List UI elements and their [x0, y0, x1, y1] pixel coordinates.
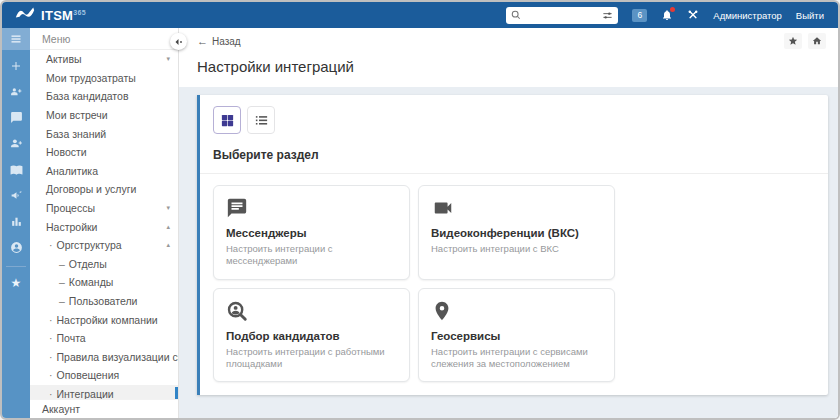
menu-item-label: Настройки компании	[57, 314, 158, 326]
chevron-icon: ▴	[166, 223, 170, 231]
back-label: Назад	[212, 36, 241, 47]
person-search-icon	[226, 300, 397, 322]
chat-icon[interactable]	[10, 111, 23, 124]
menu-item-label: Команды	[69, 276, 114, 288]
integration-cards: Мессенджеры Настроить интеграции с мессе…	[213, 185, 815, 382]
megaphone-icon[interactable]	[10, 189, 23, 202]
panel-divider	[200, 173, 828, 174]
view-toggle-group	[213, 106, 815, 134]
sidebar-item-account[interactable]: Аккаунт	[30, 399, 178, 418]
home-icon	[812, 36, 822, 46]
favorites-star-icon[interactable]: ★	[11, 277, 22, 289]
account-icon[interactable]	[10, 241, 23, 254]
sidebar-item-процессы[interactable]: Процессы ▾	[30, 199, 178, 218]
hamburger-icon	[10, 33, 22, 45]
back-button[interactable]: ← Назад	[197, 36, 241, 47]
menu-item-label: Правила визуализации связей	[57, 351, 179, 363]
list-view-button[interactable]	[247, 106, 275, 134]
search-icon	[511, 10, 521, 20]
sidebar-collapse-button[interactable]	[170, 33, 187, 50]
card-description: Настроить интеграции с сервисами слежени…	[431, 346, 602, 371]
page-title: Настройки интеграций	[179, 52, 838, 87]
itsm365-logo[interactable]: ITSM365	[14, 5, 86, 24]
menu-item-label: Настройки	[46, 221, 98, 233]
sidebar-item-оргструктура[interactable]: · Оргструктура ▴	[30, 236, 178, 255]
sidebar-item-правила-визуализации-связей[interactable]: · Правила визуализации связей	[30, 348, 178, 367]
sidebar-item-аналитика[interactable]: Аналитика	[30, 162, 178, 181]
search-filter-icon[interactable]	[602, 10, 613, 21]
book-icon[interactable]	[10, 163, 23, 176]
logout-link[interactable]: Выйти	[796, 10, 824, 21]
sidebar-item-настройки[interactable]: Настройки ▴	[30, 217, 178, 236]
menu-item-label: Активы	[46, 53, 82, 65]
sidebar-item-договоры-и-услуги[interactable]: Договоры и услуги	[30, 180, 178, 199]
tools-icon	[687, 9, 699, 21]
home-button[interactable]	[808, 33, 826, 49]
sidebar-item-мои-трудозатраты[interactable]: Мои трудозатраты	[30, 69, 178, 88]
video-icon	[431, 197, 602, 219]
sidebar-item-база-кандидатов[interactable]: База кандидатов	[30, 87, 178, 106]
grid-view-button[interactable]	[213, 106, 241, 134]
admin-user-link[interactable]: Администратор	[713, 10, 782, 21]
main-area: ← Назад Настройки интеграций	[179, 28, 838, 418]
sidebar-menu-list: Активы ▾ Мои трудозатраты База кандидато…	[30, 50, 178, 399]
card-title: Геосервисы	[431, 330, 602, 342]
sidebar-item-оповещения[interactable]: · Оповещения	[30, 366, 178, 385]
topbar: ITSM365 6 Администратор Выйти	[2, 2, 838, 28]
back-arrow-icon: ←	[197, 36, 208, 47]
sidebar-item-активы[interactable]: Активы ▾	[30, 50, 178, 69]
plus-icon[interactable]	[10, 60, 22, 72]
menu-item-prefix: ·	[49, 369, 53, 381]
integration-card[interactable]: Подбор кандидатов Настроить интеграции с…	[213, 288, 410, 383]
location-pin-icon	[431, 300, 602, 322]
menu-item-label: Договоры и услуги	[46, 183, 136, 195]
message-icon	[226, 197, 397, 219]
search-input[interactable]	[525, 10, 598, 20]
menu-item-label: Процессы	[46, 202, 95, 214]
integration-card[interactable]: Мессенджеры Настроить интеграции с мессе…	[213, 185, 410, 280]
content-area: Выберите раздел Мессенджеры Настроить ин…	[179, 87, 838, 418]
sidebar-item-интеграции[interactable]: · Интеграции	[30, 385, 178, 399]
menu-item-prefix: –	[59, 276, 65, 288]
sidebar-item-отделы[interactable]: – Отделы	[30, 255, 178, 274]
app-window: ITSM365 6 Администратор Выйти	[0, 0, 840, 420]
notification-dot	[670, 7, 675, 12]
integration-card[interactable]: Геосервисы Настроить интеграции с сервис…	[418, 288, 615, 383]
menu-item-label: Аналитика	[46, 165, 98, 177]
card-description: Настроить интеграции с мессенджерами	[226, 243, 397, 268]
menu-item-label: Оповещения	[57, 369, 120, 381]
counter-badge[interactable]: 6	[632, 9, 647, 22]
menu-item-label: Интеграции	[57, 388, 114, 399]
menu-item-prefix: ·	[49, 351, 53, 363]
menu-item-prefix: –	[59, 258, 65, 270]
sidebar-menu-header: Меню	[30, 28, 178, 50]
sidebar-item-мои-встречи[interactable]: Мои встречи	[30, 106, 178, 125]
sidebar-item-почта[interactable]: · Почта	[30, 329, 178, 348]
chevron-icon: ▾	[166, 204, 170, 212]
admin-tools-button[interactable]	[687, 9, 699, 21]
menu-item-label: Пользователи	[69, 295, 138, 307]
menu-item-label: Отделы	[69, 258, 107, 270]
card-title: Видеоконференции (ВКС)	[431, 227, 602, 239]
team-icon[interactable]	[10, 85, 23, 98]
menu-item-label: База кандидатов	[46, 90, 128, 102]
person-add-icon[interactable]	[10, 137, 23, 150]
sidebar-item-база-знаний[interactable]: База знаний	[30, 124, 178, 143]
bar-chart-icon[interactable]	[10, 215, 23, 228]
integration-card[interactable]: Видеоконференции (ВКС) Настроить интегра…	[418, 185, 615, 280]
collapse-icon	[174, 38, 184, 46]
sidebar-item-пользователи[interactable]: – Пользователи	[30, 292, 178, 311]
notifications-button[interactable]	[661, 9, 673, 21]
sidebar-item-новости[interactable]: Новости	[30, 143, 178, 162]
logo-text: ITSM365	[41, 5, 86, 24]
card-description: Настроить интеграции с работными площадк…	[226, 346, 397, 371]
menu-item-prefix: ·	[49, 332, 53, 344]
sidebar: Меню Активы ▾ Мои трудозатраты База канд…	[30, 28, 179, 418]
menu-item-label: Мои трудозатраты	[46, 72, 136, 84]
sidebar-item-настройки-компании[interactable]: · Настройки компании	[30, 310, 178, 329]
favorite-page-button[interactable]	[784, 33, 802, 49]
logo-swoosh-icon	[14, 5, 36, 21]
hamburger-menu-button[interactable]	[2, 28, 30, 50]
main-toprow: ← Назад	[179, 28, 838, 52]
sidebar-item-команды[interactable]: – Команды	[30, 273, 178, 292]
